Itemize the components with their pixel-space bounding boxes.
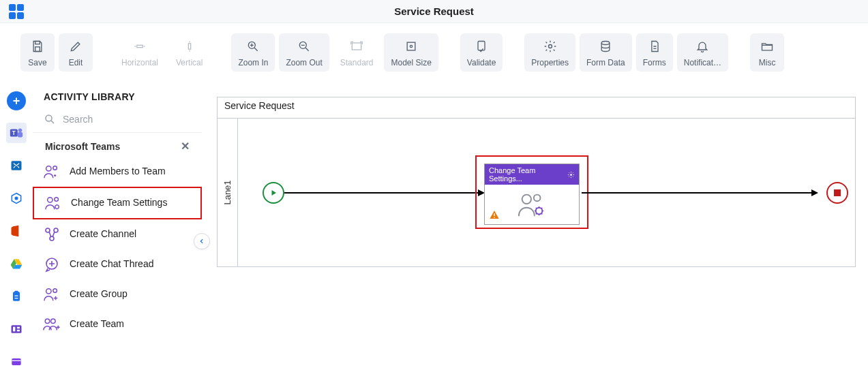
lib-item-create-group[interactable]: Create Group — [33, 279, 202, 309]
lane-header[interactable]: Lane1 — [218, 118, 238, 266]
model-size-icon — [404, 39, 419, 54]
zoom-out-icon — [297, 39, 312, 54]
save-button[interactable]: Save — [20, 33, 55, 72]
align-vertical-icon — [182, 39, 197, 54]
align-horizontal-button: Horizontal — [115, 33, 165, 72]
rail-misc-icon[interactable] — [6, 352, 27, 372]
svg-point-37 — [45, 319, 50, 324]
app-logo-icon[interactable] — [7, 2, 26, 21]
svg-point-8 — [410, 45, 412, 47]
process-canvas[interactable]: Service Request Lane1 Change Team Settin… — [217, 97, 856, 267]
rail-layout-icon[interactable] — [6, 319, 27, 339]
svg-rect-41 — [494, 217, 494, 217]
svg-point-42 — [522, 195, 531, 204]
svg-text:T: T — [12, 130, 16, 136]
svg-rect-7 — [407, 42, 415, 50]
close-group-icon[interactable]: ✕ — [181, 140, 190, 153]
svg-rect-6 — [352, 43, 361, 50]
lib-item-add-members[interactable]: Add Members to Team — [33, 157, 202, 187]
svg-rect-40 — [494, 213, 494, 216]
svg-rect-0 — [35, 42, 40, 44]
svg-rect-24 — [12, 358, 20, 365]
folder-icon — [760, 39, 775, 54]
activity-title: Change Team Settings... — [489, 166, 567, 183]
svg-rect-1 — [35, 47, 40, 52]
zoom-in-icon — [245, 39, 260, 54]
channel-icon — [42, 225, 61, 244]
rail-exchange-icon[interactable] — [6, 155, 27, 176]
save-icon — [30, 39, 45, 54]
validate-button[interactable]: Validate — [460, 33, 503, 72]
form-data-button[interactable]: Form Data — [580, 33, 632, 72]
app-rail: + T — [0, 82, 33, 385]
app-header: Service Request — [0, 0, 868, 23]
lib-item-create-chat-thread[interactable]: Create Chat Thread — [33, 249, 202, 279]
page-title: Service Request — [394, 5, 474, 17]
toolbar: Save Edit Horizontal Vertical Zoom In Zo… — [0, 23, 868, 82]
start-node[interactable] — [263, 182, 284, 204]
svg-point-38 — [51, 319, 56, 324]
activity-body-icon — [516, 191, 548, 218]
svg-rect-21 — [13, 327, 15, 332]
edit-button[interactable]: Edit — [59, 33, 93, 72]
svg-rect-18 — [13, 292, 20, 301]
search-icon — [44, 113, 56, 125]
group-add-icon — [42, 162, 61, 181]
zoom-in-button[interactable]: Zoom In — [231, 33, 275, 72]
team-plus-icon — [42, 315, 61, 334]
add-button[interactable]: + — [7, 91, 26, 110]
svg-point-29 — [55, 198, 59, 202]
edge — [284, 192, 483, 194]
lib-item-create-team[interactable]: Create Team — [33, 309, 202, 339]
svg-point-39 — [570, 174, 572, 176]
svg-rect-3 — [188, 44, 190, 49]
svg-point-30 — [55, 205, 59, 209]
rail-office-icon[interactable] — [6, 221, 27, 241]
activity-gear-icon[interactable] — [567, 171, 575, 179]
svg-point-35 — [46, 289, 51, 294]
zoom-standard-button: Standard — [333, 33, 380, 72]
search-input[interactable] — [63, 114, 191, 125]
rail-drive-icon[interactable] — [6, 253, 27, 274]
properties-button[interactable]: Properties — [524, 33, 575, 72]
group-plus-icon — [42, 285, 61, 304]
database-icon — [598, 39, 613, 54]
svg-point-26 — [46, 166, 51, 171]
forms-button[interactable]: Forms — [636, 33, 673, 72]
document-icon — [647, 39, 662, 54]
lib-item-change-team-settings[interactable]: Change Team Settings — [33, 187, 202, 219]
rail-teams-icon[interactable]: T — [6, 123, 27, 143]
end-node[interactable] — [826, 182, 848, 204]
canvas-title: Service Request — [224, 100, 295, 111]
collapse-sidebar-button[interactable] — [194, 233, 210, 249]
library-group-header: Microsoft Teams ✕ — [33, 133, 202, 157]
rail-clipboard-icon[interactable] — [6, 286, 27, 307]
svg-point-28 — [48, 198, 53, 202]
arrowhead-icon — [811, 189, 818, 196]
canvas-area: Service Request Lane1 Change Team Settin… — [202, 82, 868, 385]
model-size-button[interactable]: Model Size — [384, 33, 438, 72]
svg-point-11 — [602, 42, 610, 45]
activity-change-team-settings[interactable]: Change Team Settings... — [484, 164, 580, 225]
validate-icon — [474, 39, 489, 54]
svg-rect-2 — [137, 45, 143, 47]
svg-rect-15 — [18, 132, 23, 137]
rail-sharepoint-icon[interactable] — [6, 188, 27, 209]
svg-point-33 — [50, 236, 54, 241]
align-horizontal-icon — [132, 39, 147, 54]
align-vertical-button: Vertical — [169, 33, 209, 72]
zoom-out-button[interactable]: Zoom Out — [279, 33, 329, 72]
misc-button[interactable]: Misc — [750, 33, 784, 72]
svg-rect-20 — [12, 325, 22, 333]
svg-point-36 — [53, 289, 57, 293]
svg-point-43 — [534, 195, 541, 202]
chat-plus-icon — [42, 255, 61, 274]
sidebar-title: ACTIVITY LIBRARY — [33, 91, 202, 109]
lib-item-create-channel[interactable]: Create Channel — [33, 219, 202, 249]
svg-point-27 — [53, 166, 57, 170]
notifications-button[interactable]: Notificat… — [677, 33, 728, 72]
svg-rect-23 — [17, 330, 20, 332]
svg-point-10 — [548, 45, 552, 48]
edit-icon — [68, 39, 83, 54]
svg-point-25 — [46, 115, 52, 121]
